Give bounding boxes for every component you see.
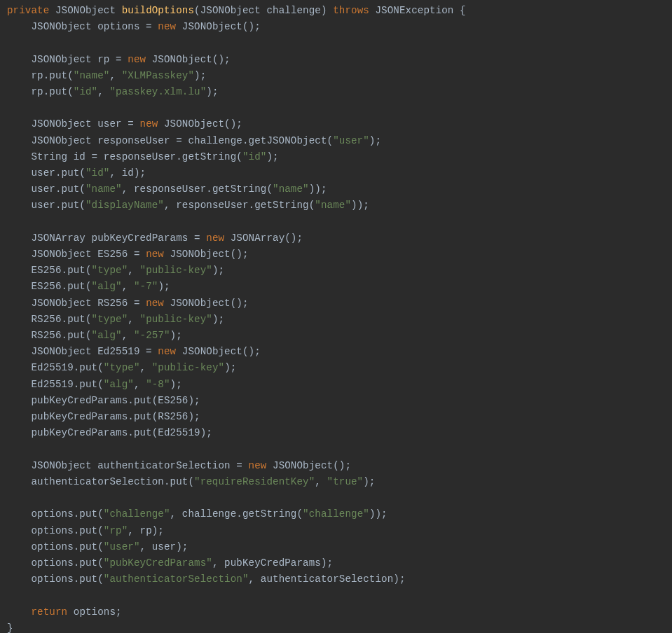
code-line: pubKeyCredParams.put(Ed25519); xyxy=(7,427,212,438)
code-line: String id = responseUser.getString("id")… xyxy=(7,151,279,162)
code-line: JSONObject options = new JSONObject(); xyxy=(7,21,261,32)
code-editor[interactable]: private JSONObject buildOptions(JSONObje… xyxy=(0,0,672,633)
code-line: Ed25519.put("type", "public-key"); xyxy=(7,362,236,373)
code-line: JSONObject responseUser = challenge.getJ… xyxy=(7,135,381,146)
code-line: JSONObject Ed25519 = new JSONObject(); xyxy=(7,346,261,357)
code-line: pubKeyCredParams.put(RS256); xyxy=(7,411,200,422)
code-line: JSONObject rp = new JSONObject(); xyxy=(7,54,231,65)
code-line: RS256.put("type", "public-key"); xyxy=(7,314,224,325)
code-line: JSONObject ES256 = new JSONObject(); xyxy=(7,249,249,260)
code-line: ES256.put("alg", "-7"); xyxy=(7,281,170,292)
code-line: ES256.put("type", "public-key"); xyxy=(7,265,224,276)
code-line: user.put("displayName", responseUser.get… xyxy=(7,200,369,211)
code-line: options.put("pubKeyCredParams", pubKeyCr… xyxy=(7,557,333,569)
code-line: user.put("id", id); xyxy=(7,167,146,179)
code-line: options.put("authenticatorSelection", au… xyxy=(7,573,406,585)
code-line: JSONObject user = new JSONObject(); xyxy=(7,118,242,130)
code-line: pubKeyCredParams.put(ES256); xyxy=(7,395,200,406)
code-line: rp.put("id", "passkey.xlm.lu"); xyxy=(7,86,219,97)
code-line: authenticatorSelection.put("requireResid… xyxy=(7,476,375,487)
code-line: options.put("user", user); xyxy=(7,541,188,552)
code-line: options.put("challenge", challenge.getSt… xyxy=(7,508,388,520)
code-line: JSONObject RS256 = new JSONObject(); xyxy=(7,298,249,309)
code-line: options.put("rp", rp); xyxy=(7,525,164,536)
code-line: JSONObject authenticatorSelection = new … xyxy=(7,460,351,471)
code-line: rp.put("name", "XLMPasskey"); xyxy=(7,70,206,81)
code-line: JSONArray pubKeyCredParams = new JSONArr… xyxy=(7,232,303,244)
code-line: private JSONObject buildOptions(JSONObje… xyxy=(7,5,466,16)
code-line: RS256.put("alg", "-257"); xyxy=(7,330,182,341)
code-line: Ed25519.put("alg", "-8"); xyxy=(7,379,182,390)
code-line: } xyxy=(7,622,13,633)
code-line: user.put("name", responseUser.getString(… xyxy=(7,183,327,195)
code-line: return options; xyxy=(7,606,122,618)
